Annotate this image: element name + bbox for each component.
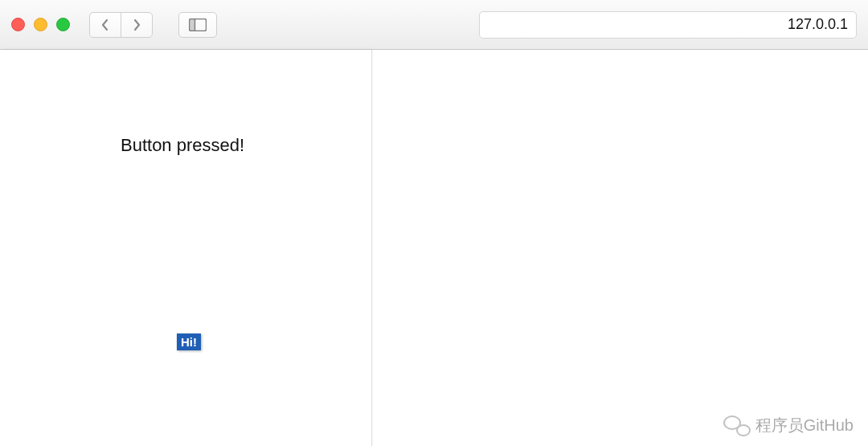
sidebar-icon: [189, 18, 207, 31]
minimize-window-button[interactable]: [34, 18, 47, 31]
back-button[interactable]: [89, 12, 121, 38]
nav-buttons: [89, 12, 153, 38]
window-toolbar: 127.0.0.1: [0, 0, 868, 50]
address-bar[interactable]: 127.0.0.1: [479, 11, 857, 39]
traffic-lights: [11, 18, 70, 31]
content-area: Button pressed! Hi! 程序员GitHub: [0, 50, 868, 446]
watermark: 程序员GitHub: [723, 414, 854, 436]
hi-button[interactable]: Hi!: [177, 333, 201, 350]
close-window-button[interactable]: [11, 18, 25, 31]
maximize-window-button[interactable]: [56, 18, 70, 31]
status-text: Button pressed!: [121, 135, 244, 156]
forward-button[interactable]: [121, 12, 153, 38]
svg-rect-1: [190, 18, 195, 31]
left-pane: Button pressed! Hi!: [0, 50, 372, 446]
address-text: 127.0.0.1: [788, 16, 848, 33]
chevron-left-icon: [100, 18, 110, 31]
wechat-icon: [723, 414, 751, 436]
watermark-text: 程序员GitHub: [755, 415, 854, 436]
chevron-right-icon: [132, 18, 141, 31]
sidebar-toggle-button[interactable]: [178, 12, 217, 38]
right-pane: [373, 50, 868, 446]
